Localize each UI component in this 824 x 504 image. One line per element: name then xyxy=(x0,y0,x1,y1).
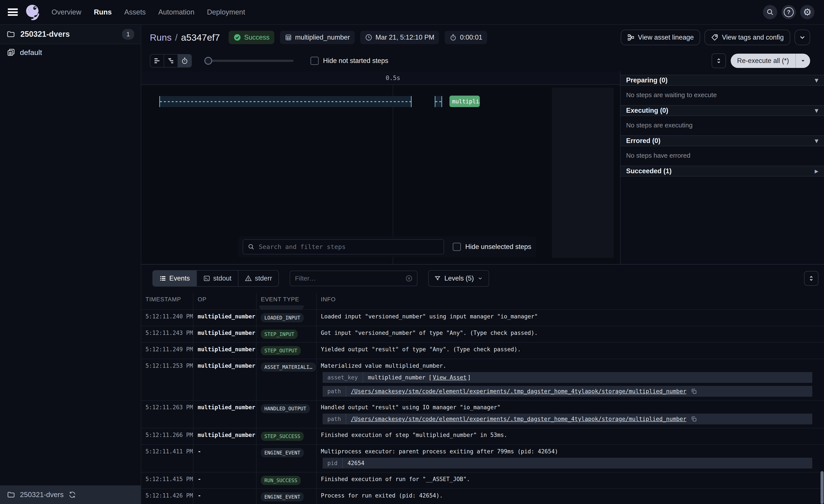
nav-item-automation[interactable]: Automation xyxy=(158,8,194,16)
event-row: 5:12:11.415 PM - RUN_SUCCESS Finished ex… xyxy=(141,472,824,488)
nav-item-overview[interactable]: Overview xyxy=(51,8,81,16)
settings-button[interactable]: ⚙ xyxy=(800,5,815,19)
path-link[interactable]: /Users/smackesey/stm/code/elementl/exper… xyxy=(351,388,687,395)
levels-filter-button[interactable]: Levels (5) xyxy=(428,270,489,287)
search-button[interactable] xyxy=(763,5,777,19)
event-type-badge: ASSET_MATERIALI… xyxy=(261,363,316,372)
event-type-badge: STEP_SUCCESS xyxy=(261,432,304,441)
search-icon xyxy=(766,8,774,16)
expand-panel-button[interactable] xyxy=(712,53,726,68)
flat-list-icon xyxy=(153,57,161,65)
section-succeeded-header[interactable]: Succeeded (1) ▶ xyxy=(620,166,824,176)
breadcrumb: Runs / a5347ef7 xyxy=(150,32,220,43)
path-link[interactable]: /Users/smackesey/stm/code/elementl/exper… xyxy=(351,416,687,422)
step-search-input[interactable] xyxy=(258,243,439,251)
gantt-zoom-slider[interactable] xyxy=(205,60,294,62)
dagster-logo[interactable] xyxy=(23,3,42,21)
stopwatch-icon xyxy=(181,57,188,65)
event-timestamp: 5:12:11.426 PM xyxy=(141,489,193,504)
waterfall-icon xyxy=(167,57,175,65)
view-tags-config-button[interactable]: View tags and config xyxy=(705,30,790,45)
check-circle-icon xyxy=(233,33,241,41)
reload-icon[interactable] xyxy=(69,491,76,499)
stopwatch-icon xyxy=(449,34,457,41)
log-filter-box[interactable] xyxy=(290,271,417,286)
reexecute-all-button[interactable]: Re-execute all (*) xyxy=(731,54,810,68)
timed-view-button[interactable] xyxy=(178,54,191,67)
section-preparing-header[interactable]: Preparing (0) ▼ xyxy=(620,75,824,86)
view-asset-lineage-button[interactable]: View asset lineage xyxy=(621,30,700,45)
event-op: multiplied_number xyxy=(193,401,256,428)
event-info: Finished execution of step "multiplied_n… xyxy=(316,428,824,444)
flat-view-button[interactable] xyxy=(150,54,164,67)
event-op: - xyxy=(193,445,256,472)
hamburger-menu-icon[interactable] xyxy=(8,8,18,16)
event-timestamp: 5:12:11.415 PM xyxy=(141,473,193,488)
waiting-bar-segment[interactable] xyxy=(435,96,442,107)
event-log-table: TIMESTAMP OP EVENT TYPE INFO 5:12:11.240… xyxy=(141,293,824,504)
event-table-header: TIMESTAMP OP EVENT TYPE INFO xyxy=(141,293,824,305)
hide-unselected-checkbox-row[interactable]: Hide unselected steps xyxy=(453,243,531,251)
waiting-bar[interactable] xyxy=(159,96,412,107)
section-executing-header[interactable]: Executing (0) ▼ xyxy=(620,105,824,116)
event-info: Got input "versioned_number" of type "An… xyxy=(316,326,824,342)
event-op: multiplied_number xyxy=(193,326,256,342)
sidebar-item-default-job[interactable]: default xyxy=(0,44,141,60)
nav-item-deployment[interactable]: Deployment xyxy=(207,8,245,16)
col-timestamp: TIMESTAMP xyxy=(141,293,193,305)
event-timestamp: 5:12:11.411 PM xyxy=(141,445,193,472)
section-title: Errored (0) xyxy=(626,137,660,145)
sidebar-repo-row[interactable]: 250321-dvers 1 xyxy=(0,25,141,44)
asset-tag[interactable]: multiplied_number xyxy=(280,31,354,44)
event-type-badge: STEP_INPUT xyxy=(261,330,298,339)
events-scrollbar-thumb[interactable] xyxy=(821,471,824,504)
help-button[interactable]: ? xyxy=(782,5,796,19)
chevron-down-icon xyxy=(799,34,806,41)
start-time-label: Mar 21, 5:12:10 PM xyxy=(376,33,434,41)
run-header-actions: View asset lineage View tags and config xyxy=(621,30,810,45)
event-op: multiplied_number xyxy=(193,310,256,326)
hide-not-started-checkbox-row[interactable]: Hide not started steps xyxy=(310,57,388,65)
event-row: 5:12:11.263 PM multiplied_number HANDLED… xyxy=(141,400,824,428)
event-op: multiplied_number xyxy=(193,359,256,400)
event-timestamp: 5:12:11.266 PM xyxy=(141,428,193,444)
view-tags-config-label: View tags and config xyxy=(722,33,784,41)
event-info-text: Multiprocess executor: parent process ex… xyxy=(321,448,821,455)
asset-grid-icon xyxy=(285,34,292,41)
expand-events-button[interactable] xyxy=(804,271,818,286)
metadata-row-pid: pid 42654 xyxy=(323,458,812,469)
event-info-text: Handled output "result" using IO manager… xyxy=(321,404,821,410)
copy-icon[interactable] xyxy=(691,416,697,422)
event-type-badge: HANDLED_OUTPUT xyxy=(261,404,310,413)
gantt-shaded-region xyxy=(552,88,614,258)
copy-icon[interactable] xyxy=(691,388,697,395)
hide-not-started-checkbox[interactable] xyxy=(310,57,319,65)
tab-events[interactable]: Events xyxy=(153,271,197,286)
view-asset-link[interactable]: View Asset xyxy=(433,374,467,381)
section-executing-body: No steps are executing xyxy=(620,116,824,135)
sidebar-footer: 250321-dvers xyxy=(0,485,141,504)
event-info: Process for run exited (pid: 42654). xyxy=(316,489,824,504)
nav-item-runs[interactable]: Runs xyxy=(94,8,112,16)
tab-stderr[interactable]: stderr xyxy=(238,271,279,286)
slider-knob[interactable] xyxy=(204,57,212,65)
breadcrumb-runs-link[interactable]: Runs xyxy=(150,32,172,43)
reexecute-dropdown-caret[interactable] xyxy=(796,54,810,68)
run-actions-dropdown-button[interactable] xyxy=(795,30,810,45)
section-title: Executing (0) xyxy=(626,107,668,114)
section-errored-header[interactable]: Errored (0) ▼ xyxy=(620,135,824,146)
hide-unselected-checkbox[interactable] xyxy=(453,243,461,251)
folder-icon xyxy=(6,30,15,38)
nav-item-assets[interactable]: Assets xyxy=(124,8,146,16)
log-filter-input[interactable] xyxy=(294,274,402,282)
gear-icon: ⚙ xyxy=(803,7,811,17)
tab-stdout[interactable]: stdout xyxy=(197,271,238,286)
step-search-box[interactable] xyxy=(243,239,444,254)
duration-tag: 0:00:01 xyxy=(445,31,487,44)
repo-count-badge: 1 xyxy=(122,29,134,39)
clear-filter-icon[interactable] xyxy=(405,275,413,282)
waterfall-view-button[interactable] xyxy=(164,54,178,67)
step-bar-multiplied-number[interactable]: multipli… xyxy=(449,96,480,107)
event-row: 5:12:11.426 PM - ENGINE_EVENT Process fo… xyxy=(141,488,824,504)
event-type-badge: ENGINE_EVENT xyxy=(261,492,304,501)
